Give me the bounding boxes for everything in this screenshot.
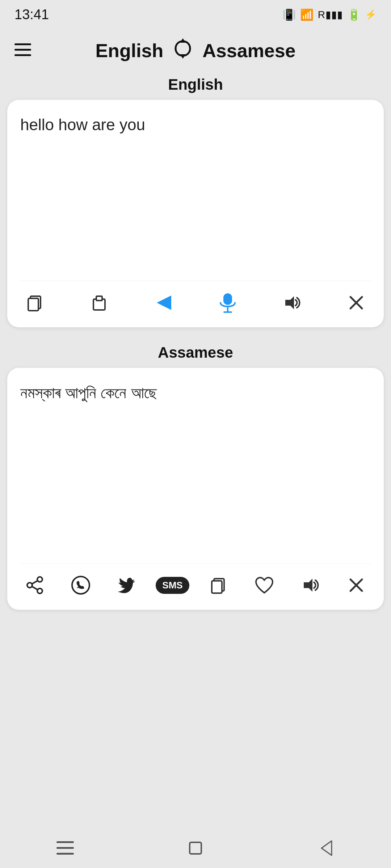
svg-point-16 <box>37 577 42 582</box>
target-output-text: নমস্কাৰ আপুনি কেনে আছে <box>20 381 371 554</box>
svg-rect-0 <box>14 43 31 45</box>
svg-rect-10 <box>223 293 232 305</box>
speaker-target-button[interactable] <box>296 571 325 600</box>
svg-rect-2 <box>14 54 31 56</box>
nav-menu-button[interactable] <box>43 835 87 861</box>
signal-icon: R▮▮▮ <box>318 9 343 21</box>
app-bar: English Assamese <box>0 29 391 72</box>
svg-rect-28 <box>56 847 74 849</box>
svg-point-17 <box>37 588 42 593</box>
target-section-label: Assamese <box>0 340 391 368</box>
sms-button[interactable]: SMS <box>158 571 187 600</box>
svg-point-21 <box>72 576 89 594</box>
svg-line-20 <box>32 587 37 590</box>
speaker-source-button[interactable] <box>277 288 306 317</box>
status-bar: 13:41 📳 📶 R▮▮▮ 🔋 ⚡ <box>0 0 391 29</box>
copy-target-button[interactable] <box>204 571 233 600</box>
source-input-text[interactable]: hello how are you <box>20 113 371 272</box>
translate-button[interactable] <box>149 288 178 317</box>
menu-icon[interactable] <box>14 41 31 60</box>
target-card: নমস্কাৰ আপুনি কেনে আছে SMS <box>7 368 384 610</box>
clear-source-button[interactable] <box>342 288 371 317</box>
svg-marker-9 <box>157 295 171 310</box>
paste-button[interactable] <box>85 288 114 317</box>
target-card-actions: SMS <box>20 563 371 600</box>
svg-marker-31 <box>321 841 332 855</box>
svg-rect-6 <box>28 298 38 311</box>
target-language[interactable]: Assamese <box>202 40 295 61</box>
charging-icon: ⚡ <box>365 9 377 20</box>
bottom-nav <box>0 828 391 868</box>
svg-marker-24 <box>304 579 312 592</box>
svg-marker-4 <box>180 54 186 59</box>
twitter-button[interactable] <box>112 571 141 600</box>
clear-target-button[interactable] <box>342 571 371 600</box>
swap-languages-icon[interactable] <box>172 38 194 64</box>
share-button[interactable] <box>20 571 49 600</box>
svg-line-19 <box>32 581 37 584</box>
wifi-icon: 📶 <box>300 8 314 21</box>
svg-rect-27 <box>56 841 74 843</box>
vibrate-icon: 📳 <box>282 8 296 21</box>
source-card: hello how are you <box>7 100 384 327</box>
sms-badge: SMS <box>156 577 189 594</box>
svg-marker-13 <box>285 296 294 309</box>
source-card-actions <box>20 281 371 317</box>
whatsapp-button[interactable] <box>66 571 95 600</box>
svg-rect-29 <box>56 853 74 855</box>
copy-source-button[interactable] <box>20 288 49 317</box>
battery-icon: 🔋 <box>347 8 361 21</box>
lang-selector: English Assamese <box>95 38 295 64</box>
source-section-label: English <box>0 72 391 100</box>
svg-rect-8 <box>96 296 102 301</box>
svg-marker-3 <box>180 38 186 43</box>
mic-button[interactable] <box>213 288 242 317</box>
svg-point-18 <box>27 583 32 588</box>
nav-home-button[interactable] <box>174 835 217 861</box>
status-icons: 📳 📶 R▮▮▮ 🔋 ⚡ <box>282 8 377 21</box>
svg-rect-30 <box>190 842 201 854</box>
svg-rect-1 <box>14 49 31 51</box>
nav-back-button[interactable] <box>304 835 348 861</box>
svg-rect-23 <box>212 581 222 593</box>
status-time: 13:41 <box>14 7 49 22</box>
favorite-button[interactable] <box>250 571 279 600</box>
source-language[interactable]: English <box>95 40 163 61</box>
